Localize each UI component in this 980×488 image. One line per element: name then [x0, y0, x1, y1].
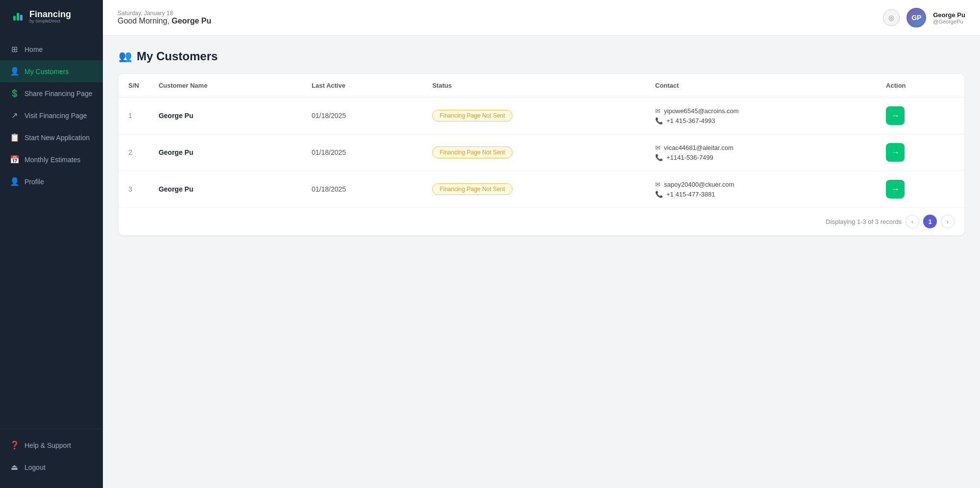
- home-label: Home: [24, 46, 43, 53]
- customers-table-card: S/N Customer Name Last Active Status Con…: [119, 74, 964, 235]
- home-icon: ⊞: [10, 45, 19, 54]
- cell-status: Financing Page Not Sent: [422, 134, 645, 171]
- notification-button[interactable]: ◎: [883, 9, 900, 26]
- col-last-active: Last Active: [302, 74, 422, 98]
- start-application-label: Start New Application: [24, 134, 90, 142]
- contact-email: yipowe6545@acroins.com: [664, 107, 739, 115]
- email-icon: ✉: [655, 107, 661, 115]
- user-info: George Pu @GeorgePu: [933, 11, 965, 24]
- start-application-icon: 📋: [10, 133, 19, 142]
- email-icon: ✉: [655, 181, 661, 188]
- cell-contact: ✉ yipowe6545@acroins.com 📞 +1 415-367-49…: [645, 98, 876, 134]
- my-customers-icon: 👤: [10, 67, 19, 76]
- cell-sn: 2: [119, 134, 149, 171]
- sidebar-item-monthly-estimates[interactable]: 📅 Monthly Estimates: [0, 148, 103, 171]
- cell-status: Financing Page Not Sent: [422, 98, 645, 134]
- user-handle: @GeorgePu: [933, 19, 965, 24]
- sidebar-item-visit-financing[interactable]: ↗ Visit Financing Page: [0, 104, 103, 126]
- phone-icon: 📞: [655, 117, 663, 124]
- help-support-label: Help & Support: [24, 441, 71, 449]
- col-contact: Contact: [645, 74, 876, 98]
- sidebar-item-share-financing[interactable]: 💲 Share Financing Page: [0, 82, 103, 104]
- cell-name: George Pu: [149, 171, 302, 208]
- cell-action: →: [876, 98, 964, 134]
- col-customer-name: Customer Name: [149, 74, 302, 98]
- logo-subtitle: by SimpleDirect: [29, 19, 71, 24]
- cell-contact: ✉ vicac44681@aleitar.com 📞 +1141-536-749…: [645, 134, 876, 171]
- cell-status: Financing Page Not Sent: [422, 171, 645, 208]
- pagination-display: Displaying 1-3 of 3 records: [826, 218, 902, 225]
- action-button-1[interactable]: →: [886, 106, 905, 125]
- cell-last-active: 01/18/2025: [302, 171, 422, 208]
- avatar: GP: [906, 8, 926, 27]
- logo-title: Financing: [29, 10, 71, 19]
- sidebar-bottom: ❓ Help & Support ⏏ Logout: [0, 429, 103, 488]
- contact-phone: +1 415-367-4993: [666, 117, 715, 124]
- share-financing-label: Share Financing Page: [24, 90, 93, 98]
- cell-sn: 3: [119, 171, 149, 208]
- sidebar-item-profile[interactable]: 👤 Profile: [0, 171, 103, 193]
- visit-financing-label: Visit Financing Page: [24, 112, 87, 120]
- col-status: Status: [422, 74, 645, 98]
- main-content: Saturday, January 18 Good Morning, Georg…: [103, 0, 980, 488]
- action-button-2[interactable]: →: [886, 143, 905, 162]
- cell-action: →: [876, 171, 964, 208]
- page-title-row: 👥 My Customers: [119, 49, 964, 63]
- cell-sn: 1: [119, 98, 149, 134]
- cell-name: George Pu: [149, 98, 302, 134]
- sidebar-item-help-support[interactable]: ❓ Help & Support: [0, 434, 103, 456]
- phone-icon: 📞: [655, 191, 663, 198]
- content-area: 👥 My Customers S/N Customer Name Last Ac…: [103, 36, 980, 488]
- logout-icon: ⏏: [10, 463, 19, 472]
- sidebar-item-home[interactable]: ⊞ Home: [0, 38, 103, 60]
- cell-last-active: 01/18/2025: [302, 134, 422, 171]
- header-greeting: Good Morning, George Pu: [118, 17, 211, 25]
- cell-last-active: 01/18/2025: [302, 98, 422, 134]
- customers-table: S/N Customer Name Last Active Status Con…: [119, 74, 964, 207]
- contact-email: sapoy20400@ckuer.com: [664, 181, 734, 188]
- col-sn: S/N: [119, 74, 149, 98]
- sidebar: Financing by SimpleDirect ⊞ Home 👤 My Cu…: [0, 0, 103, 488]
- header-right: ◎ GP George Pu @GeorgePu: [883, 8, 965, 27]
- pagination-current: 1: [923, 215, 937, 228]
- sidebar-logo: Financing by SimpleDirect: [0, 0, 103, 33]
- cell-contact: ✉ sapoy20400@ckuer.com 📞 +1 415-477-3881: [645, 171, 876, 208]
- visit-financing-icon: ↗: [10, 111, 19, 120]
- pagination-next[interactable]: ›: [941, 215, 955, 228]
- greeting-name: George Pu: [172, 17, 211, 25]
- contact-phone: +1141-536-7499: [666, 154, 713, 161]
- table-row: 2 George Pu 01/18/2025 Financing Page No…: [119, 134, 964, 171]
- phone-icon: 📞: [655, 154, 663, 161]
- header-date: Saturday, January 18: [118, 10, 211, 17]
- table-header-row: S/N Customer Name Last Active Status Con…: [119, 74, 964, 98]
- monthly-estimates-icon: 📅: [10, 155, 19, 164]
- email-icon: ✉: [655, 144, 661, 151]
- profile-icon: 👤: [10, 177, 19, 186]
- my-customers-label: My Customers: [24, 68, 69, 75]
- page-title: My Customers: [137, 49, 218, 63]
- pagination-prev[interactable]: ‹: [906, 215, 919, 228]
- user-name: George Pu: [933, 11, 965, 19]
- action-button-3[interactable]: →: [886, 180, 905, 198]
- pagination-row: Displaying 1-3 of 3 records ‹ 1 ›: [119, 207, 964, 235]
- sidebar-item-start-application[interactable]: 📋 Start New Application: [0, 126, 103, 148]
- notification-icon: ◎: [888, 14, 894, 22]
- logout-label: Logout: [24, 464, 46, 471]
- share-financing-icon: 💲: [10, 89, 19, 98]
- page-title-icon: 👥: [119, 50, 132, 63]
- help-support-icon: ❓: [10, 440, 19, 450]
- profile-label: Profile: [24, 178, 44, 186]
- logo-icon: [10, 9, 25, 24]
- header: Saturday, January 18 Good Morning, Georg…: [103, 0, 980, 36]
- nav-section: ⊞ Home 👤 My Customers 💲 Share Financing …: [0, 33, 103, 429]
- sidebar-item-logout[interactable]: ⏏ Logout: [0, 456, 103, 478]
- sidebar-item-my-customers[interactable]: 👤 My Customers: [0, 60, 103, 82]
- cell-name: George Pu: [149, 134, 302, 171]
- cell-action: →: [876, 134, 964, 171]
- header-left: Saturday, January 18 Good Morning, Georg…: [118, 10, 211, 25]
- contact-email: vicac44681@aleitar.com: [664, 144, 734, 151]
- table-row: 3 George Pu 01/18/2025 Financing Page No…: [119, 171, 964, 208]
- col-action: Action: [876, 74, 964, 98]
- table-row: 1 George Pu 01/18/2025 Financing Page No…: [119, 98, 964, 134]
- contact-phone: +1 415-477-3881: [666, 191, 715, 198]
